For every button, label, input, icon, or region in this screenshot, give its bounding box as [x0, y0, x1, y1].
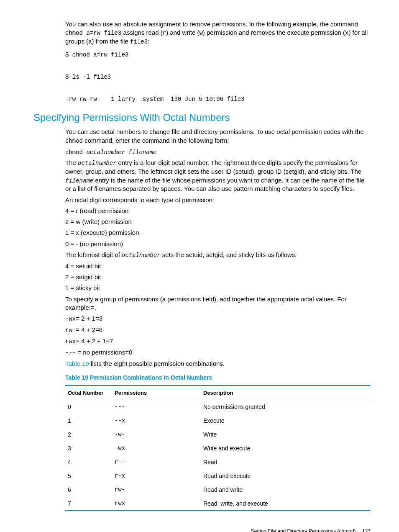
- bit-line: 2 = setgid bit: [65, 273, 371, 281]
- cell-octal: 5: [65, 469, 112, 483]
- inline-code-italic: filename: [65, 177, 93, 184]
- text: The: [65, 159, 78, 166]
- table-row: 0---No permissions granted: [65, 400, 371, 414]
- cell-desc: Read: [201, 455, 371, 469]
- code-block-chmod-example: $ chmod a=rw file3 $ ls -l file3 -rw-rw-…: [65, 49, 371, 105]
- inline-code: chmod: [65, 149, 86, 156]
- text: = 4 + 2=6: [76, 326, 102, 333]
- text: ) permission and removes the execute per…: [203, 29, 345, 36]
- cell-perm: r-x: [112, 469, 201, 483]
- paragraph: Table 19 lists the eight possible permis…: [65, 360, 371, 368]
- example-line: rw-= 4 + 2=6: [65, 326, 371, 334]
- cell-perm: ---: [112, 400, 201, 414]
- page-number: 127: [362, 528, 371, 532]
- intro-paragraph: You can also use an absolute assignment …: [65, 20, 371, 46]
- bit-line: 4 = setuid bit: [65, 262, 371, 270]
- table-row: 6rw-Read and write: [65, 483, 371, 497]
- cell-perm: rw-: [112, 483, 201, 497]
- example-line: rwx= 4 + 2 + 1=7: [65, 337, 371, 346]
- cell-desc: Read and write: [201, 483, 371, 497]
- text: You can also use an absolute assignment …: [65, 21, 358, 28]
- table-row: 5r-xRead and execute: [65, 469, 371, 483]
- cell-octal: 0: [65, 400, 112, 414]
- table-row: 4r--Read: [65, 455, 371, 469]
- text: assigns read (: [121, 29, 162, 36]
- inline-code: r: [163, 30, 166, 36]
- paragraph: To specify a group of permissions (a per…: [65, 295, 371, 312]
- text: You can use octal numbers to change file…: [65, 128, 364, 135]
- permissions-table: Octal Number Permissions Description 0--…: [65, 385, 371, 511]
- cell-perm: rwx: [112, 497, 201, 511]
- text: lists the eight possible permission comb…: [89, 360, 225, 367]
- text: command, enter the command in the follow…: [83, 137, 229, 144]
- cell-octal: 6: [65, 483, 112, 497]
- cell-octal: 3: [65, 442, 112, 455]
- table-header: Octal Number: [65, 386, 112, 400]
- inline-code-italic: octalnumber: [78, 160, 116, 167]
- syntax-line: chmod octalnumber filename: [65, 148, 371, 157]
- text: entry is the name of the file whose perm…: [65, 177, 364, 193]
- text: :: [148, 38, 149, 45]
- inline-code: chmod: [65, 138, 83, 144]
- cell-desc: Write and execute: [201, 442, 371, 455]
- text: sets the setuid, setgid, and sticky bits…: [160, 251, 297, 258]
- inline-code: -wx: [65, 316, 76, 322]
- inline-code: ---: [65, 350, 76, 356]
- text: = no permissions=0: [76, 349, 132, 356]
- example-line: --- = no permissions=0: [65, 348, 371, 357]
- perm-line: 0 = - (no permission): [65, 240, 371, 248]
- perm-line: 4 = r (read) permission: [65, 207, 371, 215]
- table-row: 1--xExecute: [65, 414, 371, 428]
- example-line: -wx= 2 + 1=3: [65, 314, 371, 323]
- cell-perm: r--: [112, 455, 201, 469]
- cell-octal: 7: [65, 497, 112, 511]
- paragraph: The leftmost digit of octalnumber sets t…: [65, 251, 371, 260]
- text: The leftmost digit of: [65, 251, 122, 258]
- cell-octal: 2: [65, 428, 112, 442]
- cell-desc: Read, write, and execute: [201, 497, 371, 511]
- table-header: Description: [201, 386, 371, 400]
- inline-code: w: [199, 30, 202, 36]
- page-footer: Setting File and Directory Permissions (…: [33, 528, 371, 532]
- cell-perm: -wx: [112, 442, 201, 455]
- cell-perm: -w-: [112, 428, 201, 442]
- inline-code-italic: octalnumber: [122, 252, 160, 259]
- inline-code: rwx: [65, 338, 76, 345]
- paragraph: You can use octal numbers to change file…: [65, 128, 371, 145]
- table-row: 7rwxRead, write, and execute: [65, 497, 371, 511]
- footer-text: Setting File and Directory Permissions (…: [251, 528, 356, 532]
- text: = 2 + 1=3: [76, 315, 102, 322]
- inline-code-italic: octalnumber filename: [86, 149, 156, 156]
- cell-octal: 4: [65, 455, 112, 469]
- cell-octal: 1: [65, 414, 112, 428]
- cell-desc: Execute: [201, 414, 371, 428]
- inline-code: rw-: [65, 327, 76, 334]
- table-header: Permissions: [112, 386, 201, 400]
- bit-line: 1 = sticky bit: [65, 284, 371, 292]
- cell-perm: --x: [112, 414, 201, 428]
- perm-line: 2 = w (write) permission: [65, 218, 371, 226]
- inline-code: chmod a=rw file3: [65, 30, 121, 36]
- cell-desc: No permissions granted: [201, 400, 371, 414]
- paragraph: An octal digit corresponds to each type …: [65, 196, 371, 204]
- inline-code: file3: [130, 39, 148, 45]
- table-row: 3-wxWrite and execute: [65, 442, 371, 455]
- text: ) from the file: [92, 38, 130, 45]
- cell-desc: Read and execute: [201, 469, 371, 483]
- text: ) and write (: [166, 29, 199, 36]
- cell-desc: Write: [201, 428, 371, 442]
- table-row: 2-w-Write: [65, 428, 371, 442]
- table-ref-link[interactable]: Table 19: [65, 360, 89, 367]
- paragraph: The octalnumber entry is a four-digit oc…: [65, 159, 371, 193]
- text: = 4 + 2 + 1=7: [76, 337, 113, 344]
- table-caption: Table 19 Permission Combinations in Octa…: [65, 374, 371, 382]
- section-heading: Specifying Permissions With Octal Number…: [33, 111, 371, 124]
- perm-line: 1 = x (execute) permission: [65, 229, 371, 237]
